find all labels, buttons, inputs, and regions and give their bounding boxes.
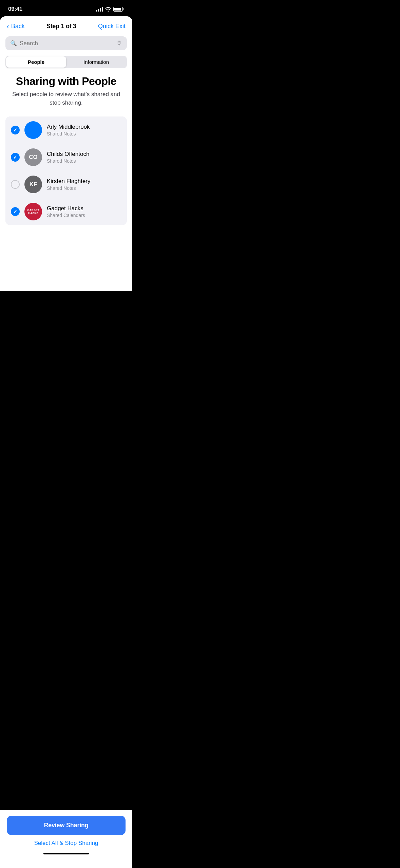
search-container: 🔍 🎙 [0, 35, 132, 54]
people-list: ✓ Arly Middlebrook Shared Notes ✓ CO Chi… [5, 116, 127, 225]
signal-icon [96, 7, 103, 12]
person-row[interactable]: KF Kirsten Flaghtery Shared Notes [5, 171, 127, 198]
page-subtext: Select people to review what's shared an… [0, 90, 132, 116]
status-bar: 09:41 [0, 0, 132, 16]
back-button[interactable]: ‹ Back [7, 22, 25, 30]
main-content: ‹ Back Step 1 of 3 Quick Exit 🔍 🎙 People… [0, 16, 132, 291]
wifi-icon [105, 7, 111, 12]
person-row[interactable]: ✓ Arly Middlebrook Shared Notes [5, 116, 127, 144]
status-icons [96, 7, 124, 12]
gadget-hacks-logo: GADGETHACKS [27, 209, 39, 215]
avatar-gadget: GADGETHACKS [24, 203, 42, 220]
person-info-childs: Childs Offentoch Shared Notes [47, 151, 121, 164]
page-heading: Sharing with People [0, 75, 132, 90]
segment-control: People Information [5, 56, 127, 68]
person-name: Childs Offentoch [47, 151, 121, 158]
battery-icon [113, 7, 124, 12]
avatar-childs: CO [24, 148, 42, 166]
search-bar[interactable]: 🔍 🎙 [5, 36, 127, 50]
person-row[interactable]: ✓ GADGETHACKS Gadget Hacks Shared Calend… [5, 198, 127, 225]
avatar-arly [24, 121, 42, 139]
checkbox-kirsten[interactable] [11, 180, 20, 189]
checkbox-gadget[interactable]: ✓ [11, 207, 20, 216]
checkmark-icon: ✓ [13, 209, 17, 214]
person-detail: Shared Notes [47, 185, 121, 191]
status-time: 09:41 [8, 6, 22, 13]
nav-bar: ‹ Back Step 1 of 3 Quick Exit [0, 16, 132, 35]
search-icon: 🔍 [10, 40, 17, 47]
person-row[interactable]: ✓ CO Childs Offentoch Shared Notes [5, 144, 127, 171]
person-detail: Shared Calendars [47, 213, 121, 218]
person-detail: Shared Notes [47, 158, 121, 164]
person-detail: Shared Notes [47, 131, 121, 137]
search-input[interactable] [20, 40, 113, 47]
person-name: Kirsten Flaghtery [47, 178, 121, 185]
back-chevron-icon: ‹ [7, 22, 9, 30]
checkmark-icon: ✓ [13, 155, 17, 160]
person-name: Gadget Hacks [47, 205, 121, 212]
microphone-icon[interactable]: 🎙 [116, 40, 122, 47]
person-info-arly: Arly Middlebrook Shared Notes [47, 124, 121, 137]
person-info-gadget: Gadget Hacks Shared Calendars [47, 205, 121, 218]
checkmark-icon: ✓ [13, 127, 17, 133]
avatar-kirsten: KF [24, 176, 42, 193]
segment-information[interactable]: Information [66, 56, 126, 68]
segment-people[interactable]: People [6, 56, 66, 68]
person-info-kirsten: Kirsten Flaghtery Shared Notes [47, 178, 121, 191]
quick-exit-button[interactable]: Quick Exit [98, 23, 126, 30]
checkbox-arly[interactable]: ✓ [11, 126, 20, 134]
person-name: Arly Middlebrook [47, 124, 121, 130]
checkbox-childs[interactable]: ✓ [11, 153, 20, 162]
back-label: Back [11, 23, 25, 30]
step-indicator: Step 1 of 3 [46, 23, 76, 30]
